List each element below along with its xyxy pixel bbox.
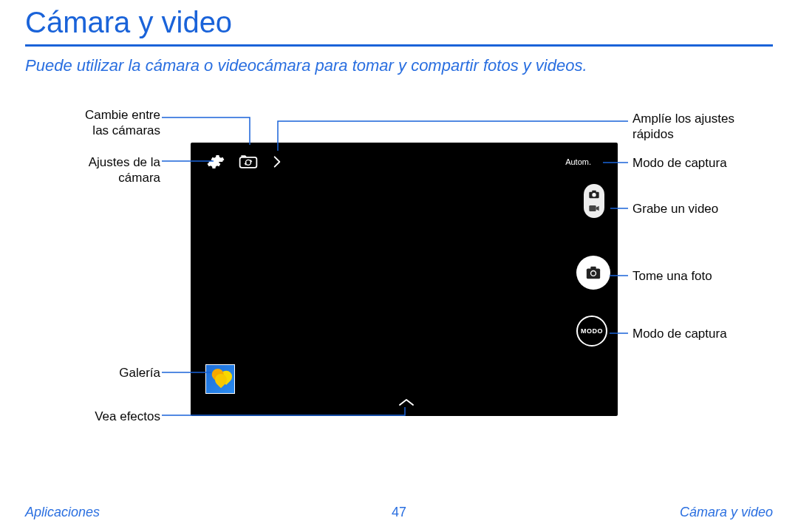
svg-rect-3 — [592, 190, 596, 192]
chevron-right-icon[interactable] — [270, 153, 284, 171]
gear-icon[interactable] — [207, 153, 225, 171]
label-view-effects: Vea efectos — [72, 409, 160, 424]
label-capture-mode-bottom: Modo de captura — [632, 326, 765, 341]
svg-rect-6 — [590, 267, 596, 270]
label-switch-cameras: Cambie entre las cámaras — [72, 107, 160, 139]
svg-point-2 — [592, 193, 596, 197]
label-camera-settings: Ajustes de la cámara — [72, 154, 160, 186]
label-capture-mode-top: Modo de captura — [632, 155, 765, 171]
label-gallery: Galería — [72, 365, 160, 381]
label-expand-quick-settings: Amplíe los ajustes rápidos — [632, 111, 758, 143]
shutter-button[interactable] — [576, 256, 610, 290]
capture-mode-indicator[interactable]: Autom. — [565, 157, 591, 166]
title-rule — [25, 44, 773, 47]
page-title: Cámara y video — [25, 6, 232, 39]
page-subtitle: Puede utilizar la cámara o videocámara p… — [25, 56, 587, 75]
photo-video-toggle[interactable] — [584, 184, 604, 218]
camera-mini-icon — [588, 189, 600, 200]
camera-screenshot: Autom. MODO — [191, 143, 618, 416]
chevron-up-icon[interactable] — [398, 397, 415, 407]
video-mini-icon — [588, 203, 600, 214]
page-footer: Aplicaciones 47 Cámara y video — [0, 502, 798, 520]
svg-rect-4 — [589, 205, 596, 211]
camera-icon — [585, 265, 601, 281]
svg-rect-0 — [240, 157, 257, 168]
footer-page-number: 47 — [0, 505, 798, 520]
label-record-video: Grabe un video — [632, 201, 765, 216]
footer-topic: Cámara y video — [680, 505, 773, 520]
svg-point-8 — [591, 271, 596, 276]
mode-button[interactable]: MODO — [576, 316, 607, 347]
switch-camera-icon[interactable] — [238, 153, 259, 171]
gallery-thumbnail[interactable] — [205, 364, 235, 394]
label-take-photo: Tome una foto — [632, 268, 765, 284]
